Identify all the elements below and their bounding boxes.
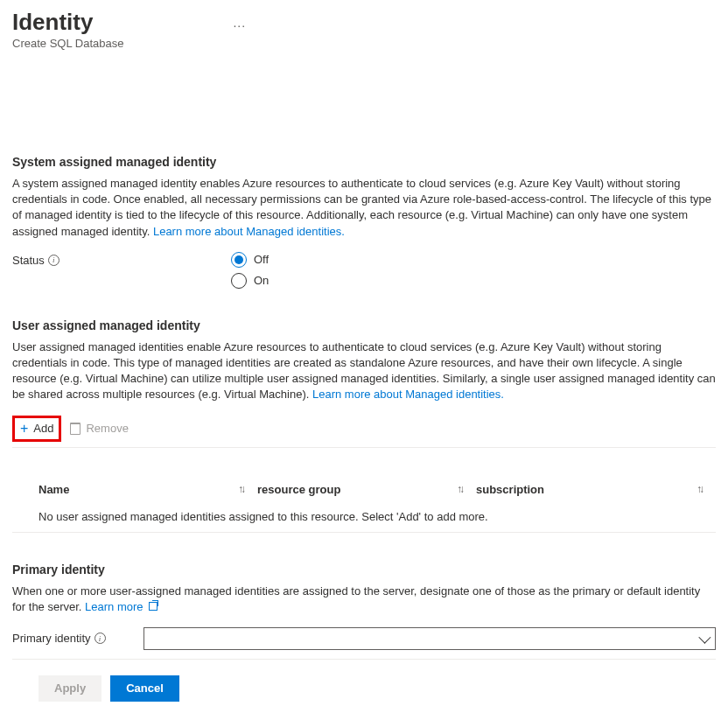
add-button-label: Add <box>33 422 53 435</box>
status-radio-off-label: Off <box>254 253 269 266</box>
page-title: Identity <box>12 9 93 36</box>
info-icon[interactable]: i <box>94 633 106 644</box>
primary-identity-heading: Primary identity <box>12 563 716 577</box>
user-identity-description: User assigned managed identities enable … <box>12 339 716 403</box>
trash-icon <box>70 423 80 435</box>
status-radio-on[interactable]: On <box>231 273 269 289</box>
sort-icon: ↑↓ <box>457 483 462 495</box>
plus-icon: + <box>20 422 28 436</box>
apply-button: Apply <box>38 675 102 702</box>
add-button-highlight: + Add <box>12 416 61 442</box>
column-header-rg-label: resource group <box>257 483 340 496</box>
info-icon[interactable]: i <box>48 255 60 266</box>
system-identity-heading: System assigned managed identity <box>12 155 716 169</box>
sort-icon: ↑↓ <box>238 483 243 495</box>
more-menu-icon[interactable]: ··· <box>233 14 246 37</box>
toolbar-divider <box>12 447 716 448</box>
column-header-sub-label: subscription <box>476 483 544 496</box>
status-label: Status <box>12 254 45 267</box>
system-identity-description: A system assigned managed identity enabl… <box>12 176 716 240</box>
user-identity-learn-more-link[interactable]: Learn more about Managed identities. <box>312 388 504 401</box>
add-button[interactable]: + Add <box>20 422 53 436</box>
identity-table-header: Name ↑↓ resource group ↑↓ subscription ↑… <box>12 483 716 501</box>
column-header-name[interactable]: Name ↑↓ <box>38 483 257 496</box>
column-header-subscription[interactable]: subscription ↑↓ <box>476 483 716 496</box>
column-header-resource-group[interactable]: resource group ↑↓ <box>257 483 476 496</box>
column-header-name-label: Name <box>38 483 69 496</box>
status-radio-off[interactable]: Off <box>231 252 269 268</box>
identity-table-empty-row: No user assigned managed identities assi… <box>12 501 716 533</box>
cancel-button[interactable]: Cancel <box>110 675 179 702</box>
primary-identity-learn-more-link[interactable]: Learn more <box>85 600 158 613</box>
primary-identity-label: Primary identity <box>12 632 91 645</box>
primary-identity-dropdown[interactable] <box>144 627 716 650</box>
remove-button-label: Remove <box>86 422 128 435</box>
system-identity-description-text: A system assigned managed identity enabl… <box>12 177 711 238</box>
status-radio-group: Off On <box>231 252 269 294</box>
radio-unselected-icon <box>231 273 247 289</box>
primary-identity-divider <box>12 659 716 660</box>
status-radio-on-label: On <box>254 274 269 287</box>
system-identity-learn-more-link[interactable]: Learn more about Managed identities. <box>153 225 345 238</box>
user-identity-heading: User assigned managed identity <box>12 318 716 332</box>
page-subtitle: Create SQL Database <box>12 37 716 50</box>
radio-selected-icon <box>231 252 247 268</box>
external-link-icon <box>149 602 158 611</box>
sort-icon: ↑↓ <box>696 483 702 495</box>
primary-identity-description: When one or more user-assigned managed i… <box>12 584 716 615</box>
remove-button: Remove <box>70 422 128 435</box>
chevron-down-icon <box>698 631 710 643</box>
